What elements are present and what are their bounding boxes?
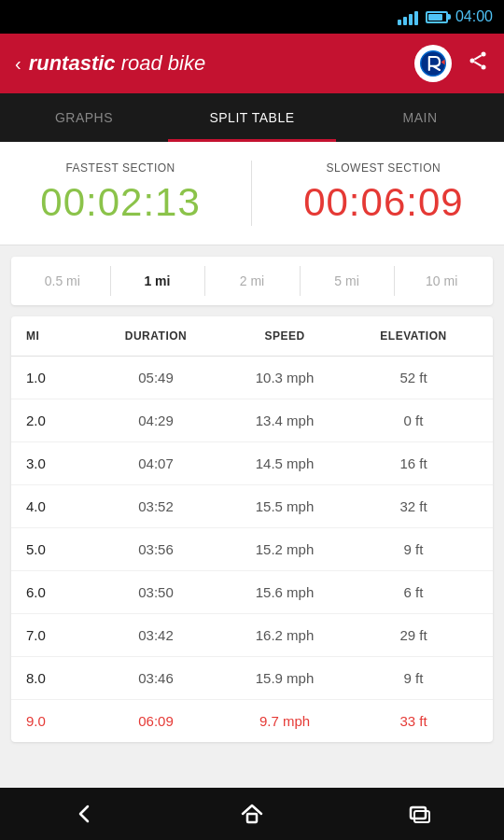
bottom-nav <box>0 788 504 840</box>
tab-main[interactable]: MAIN <box>336 93 504 142</box>
dist-option-1mi[interactable]: 1 mi <box>110 257 205 305</box>
td-mi: 7.0 <box>26 627 91 643</box>
td-elevation: 16 ft <box>349 455 478 471</box>
recents-button[interactable] <box>385 793 455 834</box>
svg-point-4 <box>470 59 475 63</box>
td-duration: 04:29 <box>91 413 220 428</box>
summary-section: FASTEST SECTION 00:02:13 SLOWEST SECTION… <box>0 142 504 245</box>
signal-bar-3 <box>409 14 413 25</box>
td-elevation: 33 ft <box>349 713 478 729</box>
td-speed: 10.3 mph <box>220 370 349 385</box>
table-row: 7.0 03:42 16.2 mph 29 ft <box>11 614 493 657</box>
td-speed: 15.9 mph <box>220 670 349 686</box>
home-icon <box>239 801 265 827</box>
td-speed: 15.6 mph <box>220 584 349 600</box>
svg-rect-10 <box>414 811 429 822</box>
th-mi: MI <box>26 329 91 343</box>
table-row: 4.0 03:52 15.5 mph 32 ft <box>11 485 493 528</box>
td-speed: 9.7 mph <box>220 713 349 729</box>
td-mi: 2.0 <box>26 413 91 428</box>
battery-icon <box>426 11 448 23</box>
dist-option-2mi[interactable]: 2 mi <box>204 257 300 305</box>
table-row: 8.0 03:46 15.9 mph 9 ft <box>11 657 493 700</box>
th-elevation: ELEVATION <box>349 329 478 343</box>
slowest-value: 00:06:09 <box>303 180 464 225</box>
slowest-label: SLOWEST SECTION <box>303 161 464 175</box>
table-row: 6.0 03:50 15.6 mph 6 ft <box>11 571 493 614</box>
fastest-section: FASTEST SECTION 00:02:13 <box>40 161 201 225</box>
th-speed: SPEED <box>220 329 349 343</box>
td-speed: 15.2 mph <box>220 541 349 557</box>
td-duration: 04:07 <box>91 455 220 471</box>
slowest-section: SLOWEST SECTION 00:06:09 <box>303 161 464 225</box>
td-speed: 13.4 mph <box>220 413 349 428</box>
td-duration: 03:46 <box>91 670 220 686</box>
back-chevron-icon[interactable]: ‹ <box>15 53 21 75</box>
td-elevation: 6 ft <box>349 584 478 600</box>
signal-bar-4 <box>414 11 418 25</box>
runtastic-circle-icon[interactable] <box>414 45 452 82</box>
battery-fill <box>428 14 442 21</box>
td-duration: 05:49 <box>91 370 220 385</box>
dist-option-5mi[interactable]: 5 mi <box>300 257 395 305</box>
app-logo-text: runtastic road bike <box>29 51 206 76</box>
summary-divider <box>251 161 252 226</box>
td-speed: 16.2 mph <box>220 627 349 643</box>
logo-subtitle: road bike <box>116 51 206 75</box>
svg-point-5 <box>482 65 486 70</box>
logo-runtastic: runtastic <box>29 51 116 75</box>
table-row: 5.0 03:56 15.2 mph 9 ft <box>11 528 493 571</box>
table-row: 3.0 04:07 14.5 mph 16 ft <box>11 442 493 485</box>
tab-graphs[interactable]: GRAPHS <box>0 93 168 142</box>
td-duration: 03:50 <box>91 584 220 600</box>
svg-rect-8 <box>247 814 257 822</box>
signal-bar-2 <box>403 17 407 25</box>
td-mi: 1.0 <box>26 370 91 385</box>
nav-tabs: GRAPHS SPLIT TABLE MAIN <box>0 93 504 142</box>
td-elevation: 29 ft <box>349 627 478 643</box>
runtastic-logo-svg <box>420 50 446 77</box>
fastest-label: FASTEST SECTION <box>40 161 201 175</box>
td-mi: 3.0 <box>26 455 91 471</box>
signal-bar-1 <box>398 20 401 25</box>
td-elevation: 52 ft <box>349 370 478 385</box>
status-bar: 04:00 <box>0 0 504 34</box>
td-elevation: 0 ft <box>349 413 478 428</box>
svg-point-3 <box>482 52 486 57</box>
back-arrow-icon <box>71 801 97 827</box>
svg-line-6 <box>474 55 481 59</box>
fastest-value: 00:02:13 <box>40 180 201 225</box>
svg-rect-9 <box>411 807 426 819</box>
svg-line-7 <box>474 62 481 65</box>
td-duration: 06:09 <box>91 713 220 729</box>
td-mi: 5.0 <box>26 541 91 557</box>
split-table: MI DURATION SPEED ELEVATION 1.0 05:49 10… <box>11 316 493 742</box>
td-elevation: 32 ft <box>349 498 478 514</box>
status-bar-right: 04:00 <box>398 8 493 25</box>
td-duration: 03:42 <box>91 627 220 643</box>
td-mi: 8.0 <box>26 670 91 686</box>
logo-area: ‹ runtastic road bike <box>15 51 205 76</box>
distance-selector: 0.5 mi 1 mi 2 mi 5 mi 10 mi <box>11 257 493 305</box>
dist-option-10mi[interactable]: 10 mi <box>394 257 489 305</box>
table-body: 1.0 05:49 10.3 mph 52 ft 2.0 04:29 13.4 … <box>11 357 493 742</box>
recents-icon <box>407 801 433 827</box>
header-icons <box>414 45 489 82</box>
back-button[interactable] <box>49 793 119 834</box>
signal-icon <box>398 8 418 25</box>
app-header: ‹ runtastic road bike <box>0 34 504 93</box>
tab-split-table[interactable]: SPLIT TABLE <box>168 93 336 142</box>
td-speed: 14.5 mph <box>220 455 349 471</box>
status-time: 04:00 <box>455 8 493 25</box>
td-mi: 4.0 <box>26 498 91 514</box>
td-elevation: 9 ft <box>349 541 478 557</box>
table-row: 1.0 05:49 10.3 mph 52 ft <box>11 357 493 399</box>
dist-option-0half[interactable]: 0.5 mi <box>15 257 110 305</box>
home-button[interactable] <box>217 793 287 834</box>
td-mi: 9.0 <box>26 713 91 729</box>
td-elevation: 9 ft <box>349 670 478 686</box>
table-header-row: MI DURATION SPEED ELEVATION <box>11 316 493 357</box>
share-icon[interactable] <box>467 49 489 77</box>
table-row: 2.0 04:29 13.4 mph 0 ft <box>11 399 493 442</box>
td-speed: 15.5 mph <box>220 498 349 514</box>
